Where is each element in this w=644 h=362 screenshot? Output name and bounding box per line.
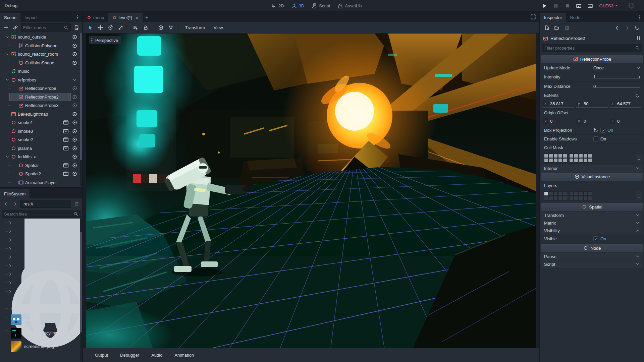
viewport-menu-view[interactable]: View (210, 25, 227, 30)
editable-scene-icon[interactable] (63, 163, 69, 168)
layer-bit-10[interactable] (588, 154, 592, 158)
layer-bit-3[interactable] (553, 191, 558, 196)
layer-bit-9[interactable] (583, 191, 588, 196)
visibility-eye-icon[interactable] (72, 51, 77, 57)
visibility-eye-icon[interactable] (72, 60, 77, 66)
visibility-eye-icon[interactable] (72, 171, 77, 177)
tree-node-Spatial[interactable]: Spatial (0, 161, 82, 170)
revert-icon[interactable] (593, 128, 598, 133)
editable-scene-icon[interactable] (63, 128, 69, 134)
property-max-distance[interactable]: Max Distance0 (541, 82, 643, 91)
fs-back-button[interactable] (2, 200, 10, 208)
layer-bit-7[interactable] (574, 191, 578, 196)
lock-tool-button[interactable] (141, 23, 150, 32)
fs-entry-reactorcorecylinder_re[interactable]: reactorcorecylinder_re (0, 326, 82, 340)
layer-bit-6[interactable] (569, 154, 574, 158)
layer-bit-15[interactable] (563, 196, 567, 200)
layer-bit-11[interactable] (544, 158, 548, 163)
tree-node-ReflectionProbe3[interactable]: ReflectionProbe3 (0, 101, 82, 110)
attach-script-button[interactable] (72, 23, 80, 32)
layer-bit-17[interactable] (574, 158, 578, 163)
tree-node-Spatial2[interactable]: Spatial2 (0, 170, 82, 178)
layer-bit-4[interactable] (558, 154, 562, 158)
move-tool-button[interactable] (96, 23, 105, 32)
tree-node-AnimationPlayer[interactable]: AnimationPlayer (0, 178, 82, 187)
section-interior[interactable]: Interior (541, 165, 643, 172)
layer-bit-1[interactable] (544, 191, 548, 196)
property-update-mode[interactable]: Update ModeOnce (541, 64, 643, 72)
tree-node-plasma[interactable]: plasma (0, 144, 82, 153)
category-spatial[interactable]: Spatial (541, 203, 643, 211)
collapse-arrow-icon[interactable] (5, 78, 9, 82)
new-resource-button[interactable] (543, 24, 551, 32)
inspector-menu-icon[interactable] (637, 15, 642, 20)
load-resource-button[interactable] (553, 24, 561, 32)
tree-node-CollisionShape[interactable]: CollisionShape (0, 59, 82, 67)
tree-node-forklifts_a[interactable]: forklifts_a (0, 153, 82, 161)
expand-arrow-icon[interactable] (8, 229, 12, 233)
slider-grabber[interactable] (639, 76, 640, 78)
tree-node-refprobes[interactable]: refprobes (0, 76, 82, 84)
layer-bit-9[interactable] (583, 154, 588, 158)
tree-node-sound_reactor_room[interactable]: sound_reactor_room (0, 50, 82, 59)
workspace-2d[interactable]: 2D (268, 0, 287, 11)
history-back-button[interactable] (613, 24, 621, 32)
layer-bit-14[interactable] (558, 196, 562, 200)
visibility-eye-icon[interactable] (72, 94, 77, 100)
play-scene-button[interactable] (574, 1, 583, 10)
tab-import[interactable]: Import (20, 13, 41, 22)
scene-tab-menu[interactable]: menu (83, 13, 108, 22)
category-visualinstance[interactable]: VisualInstance (541, 173, 643, 181)
vector-z-field[interactable]: z64.577 (610, 100, 641, 108)
cube-tool-button[interactable] (156, 23, 165, 32)
chevron-down-icon[interactable] (72, 77, 77, 83)
expand-arrow-icon[interactable] (8, 238, 12, 242)
layer-bit-19[interactable] (583, 196, 588, 200)
visibility-eye-icon[interactable] (72, 85, 77, 91)
section-matrix[interactable]: Matrix (541, 219, 643, 227)
visibility-eye-icon[interactable] (72, 111, 77, 117)
collapse-arrow-icon[interactable] (5, 52, 9, 56)
layer-bit-16[interactable] (569, 196, 574, 200)
visibility-eye-icon[interactable] (72, 145, 77, 151)
collapse-arrow-icon[interactable] (5, 35, 9, 39)
property-intensity[interactable]: Intensity1 (541, 72, 643, 82)
tab-node[interactable]: Node (566, 13, 584, 22)
layer-bit-18[interactable] (579, 196, 583, 200)
value-slider-line[interactable] (593, 78, 640, 78)
fs-scrollbar[interactable] (80, 219, 82, 361)
fs-search-input[interactable]: Search files (2, 210, 80, 218)
play-custom-button[interactable] (586, 1, 594, 10)
cursor-tool-button[interactable] (86, 23, 95, 32)
new-scene-tab-button[interactable]: + (143, 13, 151, 22)
revert-icon[interactable] (635, 93, 640, 98)
section-visibility[interactable]: Visibility (541, 227, 643, 234)
property-enable-shadows[interactable]: Enable ShadowsOn (541, 135, 643, 143)
layer-bit-13[interactable] (553, 196, 558, 200)
layer-bit-10[interactable] (588, 191, 592, 196)
checkbox-unchecked[interactable] (593, 136, 598, 141)
workspace-assetlib[interactable]: AssetLib (335, 0, 364, 11)
3d-viewport[interactable]: Perspective (86, 34, 536, 359)
filesystem-menu-icon[interactable] (75, 191, 80, 196)
inspector-filter-input[interactable]: Filter properties (542, 44, 642, 52)
stop-button[interactable] (563, 1, 572, 10)
property-visible[interactable]: VisibleOn (541, 235, 643, 243)
workspace-script[interactable]: Script (309, 0, 333, 11)
editable-scene-icon[interactable] (63, 120, 69, 125)
editable-scene-icon[interactable] (63, 171, 69, 177)
tab-inspector[interactable]: Inspector (540, 13, 566, 22)
filter-nodes-input[interactable]: Filter nodes (21, 23, 71, 32)
layer-bit-8[interactable] (579, 154, 583, 158)
tree-node-smoke3[interactable]: smoke3 (0, 127, 82, 136)
vector-y-field[interactable]: y0 (576, 118, 608, 125)
visibility-eye-icon[interactable] (72, 103, 77, 108)
workspace-3d[interactable]: 3D (289, 0, 307, 11)
perspective-menu-button[interactable]: Perspective (89, 36, 121, 44)
layer-bit-20[interactable] (588, 196, 592, 200)
vector-x-field[interactable]: x0 (543, 118, 574, 125)
layer-bit-3[interactable] (553, 154, 558, 158)
fs-display-mode-button[interactable] (72, 200, 80, 208)
play-button[interactable] (540, 1, 549, 10)
checkbox-checked[interactable] (593, 236, 598, 241)
